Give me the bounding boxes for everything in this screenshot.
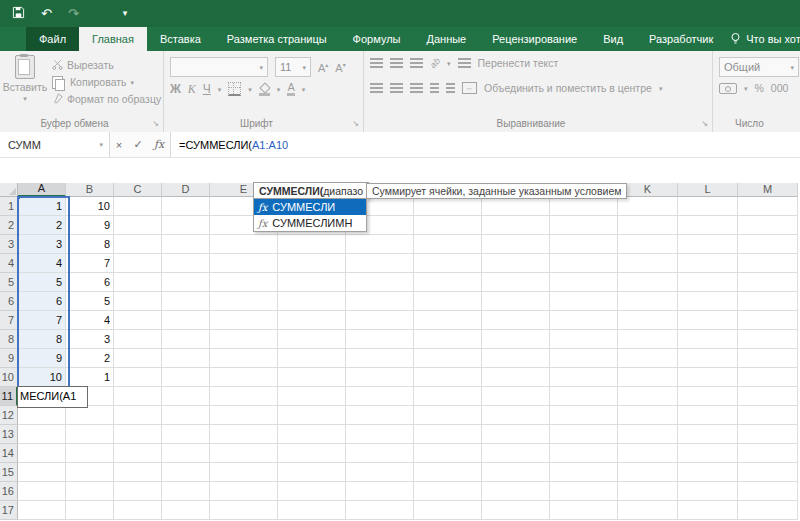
cell-A9[interactable]: 9	[18, 349, 66, 368]
cell-G12[interactable]	[346, 406, 414, 425]
cell-J5[interactable]	[550, 273, 618, 292]
borders-icon[interactable]	[228, 82, 241, 96]
paste-button[interactable]: Вставить ▾	[3, 55, 47, 119]
wrap-text-icon[interactable]	[458, 58, 471, 68]
cell-I17[interactable]	[482, 501, 550, 520]
cell-D9[interactable]	[162, 349, 210, 368]
cell-I8[interactable]	[482, 330, 550, 349]
cell-A5[interactable]: 5	[18, 273, 66, 292]
cell-G16[interactable]	[346, 482, 414, 501]
formula-input[interactable]: =СУММЕСЛИ(A1:A10	[171, 132, 800, 157]
cell-M13[interactable]	[738, 425, 798, 444]
insert-function-icon[interactable]: ƒx	[154, 138, 164, 151]
cell-A7[interactable]: 7	[18, 311, 66, 330]
cell-M4[interactable]	[738, 254, 798, 273]
cell-M5[interactable]	[738, 273, 798, 292]
cell-A12[interactable]	[18, 406, 66, 425]
cell-G6[interactable]	[346, 292, 414, 311]
decrease-font-button[interactable]: А▾	[335, 61, 345, 74]
cell-I3[interactable]	[482, 235, 550, 254]
cell-K7[interactable]	[618, 311, 678, 330]
row-header-17[interactable]: 17	[0, 501, 18, 520]
number-format-combo[interactable]: Общий ▾	[719, 57, 799, 77]
cell-C13[interactable]	[114, 425, 162, 444]
cell-J1[interactable]	[550, 197, 618, 216]
underline-button[interactable]: Ч	[203, 83, 211, 95]
cell-C17[interactable]	[114, 501, 162, 520]
cell-J15[interactable]	[550, 463, 618, 482]
cell-H2[interactable]	[414, 216, 482, 235]
cell-K2[interactable]	[618, 216, 678, 235]
qat-customize-icon[interactable]: ▾	[123, 9, 128, 18]
cell-I10[interactable]	[482, 368, 550, 387]
cell-J3[interactable]	[550, 235, 618, 254]
cell-B13[interactable]	[66, 425, 114, 444]
decrease-indent-icon[interactable]	[430, 83, 439, 93]
cell-F7[interactable]	[278, 311, 346, 330]
row-header-9[interactable]: 9	[0, 349, 18, 368]
cell-F15[interactable]	[278, 463, 346, 482]
cell-D17[interactable]	[162, 501, 210, 520]
save-icon[interactable]	[12, 6, 25, 21]
align-top-icon[interactable]	[370, 58, 383, 68]
cell-I5[interactable]	[482, 273, 550, 292]
cell-F10[interactable]	[278, 368, 346, 387]
cell-M17[interactable]	[738, 501, 798, 520]
cell-K6[interactable]	[618, 292, 678, 311]
cell-H15[interactable]	[414, 463, 482, 482]
select-all-corner[interactable]	[0, 183, 18, 197]
cell-C12[interactable]	[114, 406, 162, 425]
cell-I14[interactable]	[482, 444, 550, 463]
fill-color-icon[interactable]	[259, 84, 270, 95]
cell-C10[interactable]	[114, 368, 162, 387]
cell-H8[interactable]	[414, 330, 482, 349]
cell-E9[interactable]	[210, 349, 278, 368]
cell-K12[interactable]	[618, 406, 678, 425]
tab-insert[interactable]: Вставка	[147, 27, 214, 51]
cell-A17[interactable]	[18, 501, 66, 520]
row-header-4[interactable]: 4	[0, 254, 18, 273]
row-header-2[interactable]: 2	[0, 216, 18, 235]
cell-H6[interactable]	[414, 292, 482, 311]
currency-format-icon[interactable]	[719, 83, 737, 94]
cell-F4[interactable]	[278, 254, 346, 273]
cell-B12[interactable]	[66, 406, 114, 425]
align-middle-icon[interactable]	[390, 58, 403, 68]
cell-H12[interactable]	[414, 406, 482, 425]
cell-G7[interactable]	[346, 311, 414, 330]
cell-B2[interactable]: 9	[66, 216, 114, 235]
cut-button[interactable]: Вырезать	[52, 57, 114, 73]
increase-font-button[interactable]: А▴	[318, 61, 328, 74]
copy-button[interactable]: Копировать ▾	[52, 74, 134, 90]
cell-J12[interactable]	[550, 406, 618, 425]
align-right-icon[interactable]	[410, 83, 423, 93]
percent-style-button[interactable]: %	[755, 82, 764, 94]
cell-D14[interactable]	[162, 444, 210, 463]
cell-J17[interactable]	[550, 501, 618, 520]
cell-D7[interactable]	[162, 311, 210, 330]
cell-I15[interactable]	[482, 463, 550, 482]
cell-H16[interactable]	[414, 482, 482, 501]
cell-K13[interactable]	[618, 425, 678, 444]
cell-M6[interactable]	[738, 292, 798, 311]
cell-J9[interactable]	[550, 349, 618, 368]
cell-C7[interactable]	[114, 311, 162, 330]
merge-center-label[interactable]: Объединить и поместить в центре	[484, 82, 652, 94]
cell-M7[interactable]	[738, 311, 798, 330]
cell-C11[interactable]	[114, 387, 162, 406]
cell-A6[interactable]: 6	[18, 292, 66, 311]
cell-D5[interactable]	[162, 273, 210, 292]
row-header-10[interactable]: 10	[0, 368, 18, 387]
bold-button[interactable]: Ж	[170, 83, 181, 95]
cell-E14[interactable]	[210, 444, 278, 463]
cell-J16[interactable]	[550, 482, 618, 501]
row-header-5[interactable]: 5	[0, 273, 18, 292]
cancel-icon[interactable]: ×	[116, 139, 122, 151]
cell-G13[interactable]	[346, 425, 414, 444]
cell-C4[interactable]	[114, 254, 162, 273]
cell-K9[interactable]	[618, 349, 678, 368]
cell-M12[interactable]	[738, 406, 798, 425]
cell-E12[interactable]	[210, 406, 278, 425]
cell-E17[interactable]	[210, 501, 278, 520]
autocomplete-item-СУММЕСЛИ[interactable]: ƒxСУММЕСЛИ	[254, 199, 366, 215]
